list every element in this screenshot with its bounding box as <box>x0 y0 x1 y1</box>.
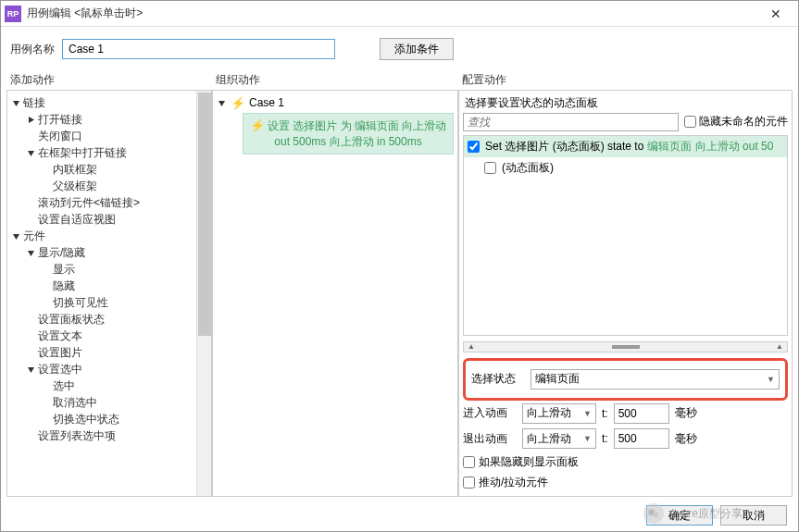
tree-node-links[interactable]: 链接 <box>7 94 211 111</box>
collapse-icon[interactable] <box>26 115 36 125</box>
state-select[interactable]: 编辑页面 ▼ <box>531 369 780 390</box>
show-if-hidden-checkbox[interactable] <box>463 456 475 468</box>
panel-list-item[interactable]: (动态面板) <box>464 157 787 179</box>
tree-label: 设置图片 <box>38 345 82 361</box>
tree-label: 切换可见性 <box>53 295 108 311</box>
tree-node-show-hide[interactable]: 显示/隐藏 <box>7 244 211 261</box>
select-value: 向上滑动 <box>527 405 571 421</box>
case-name-label: 用例名称 <box>10 42 55 57</box>
ok-button[interactable]: 确定 <box>646 505 713 526</box>
organize-panel: ⚡ Case 1 ⚡ 设置 选择图片 为 编辑页面 向上滑动 out 500ms… <box>212 90 458 497</box>
hide-unnamed-checkbox[interactable]: 隐藏未命名的元件 <box>684 114 788 130</box>
expand-icon[interactable] <box>26 148 36 158</box>
action-prefix: 设置 <box>268 119 290 132</box>
tree-node-unselected[interactable]: 取消选中 <box>7 394 211 411</box>
tree-node-adaptive-view[interactable]: 设置自适应视图 <box>7 211 211 228</box>
push-pull-checkbox[interactable] <box>463 476 475 489</box>
select-value: 编辑页面 <box>535 371 580 387</box>
tree-node-set-list-selected[interactable]: 设置列表选中项 <box>7 427 211 444</box>
add-condition-button[interactable]: 添加条件 <box>380 38 454 60</box>
panel-list: Set 选择图片 (动态面板) state to 编辑页面 向上滑动 out 5… <box>463 135 788 336</box>
ms-label: 毫秒 <box>675 431 697 447</box>
ms-label: 毫秒 <box>675 405 697 421</box>
expand-icon[interactable] <box>11 98 21 108</box>
exit-anim-label: 退出动画 <box>463 431 517 447</box>
tree-node-open-link[interactable]: 打开链接 <box>7 111 211 128</box>
tree-label: 在框架中打开链接 <box>38 145 127 161</box>
exit-duration-input[interactable] <box>614 428 669 449</box>
chevron-down-icon: ▼ <box>583 434 592 443</box>
splitter[interactable]: ▲ ▲ <box>463 341 788 353</box>
arrow-right-icon: ▲ <box>776 342 783 351</box>
case-name-text: Case 1 <box>249 96 284 109</box>
arrow-left-icon: ▲ <box>468 342 475 351</box>
tree-node-close-window[interactable]: 关闭窗口 <box>7 128 211 144</box>
tree-node-toggle-vis[interactable]: 切换可见性 <box>7 294 211 311</box>
tree-node-show[interactable]: 显示 <box>7 261 211 278</box>
tree-label: 设置列表选中项 <box>38 428 116 444</box>
tree-node-selected[interactable]: 选中 <box>7 377 211 394</box>
tree-label: 显示 <box>53 262 75 278</box>
expand-icon[interactable] <box>26 248 36 258</box>
tree-node-set-image[interactable]: 设置图片 <box>7 344 211 361</box>
panel-checkbox[interactable] <box>484 162 496 174</box>
tree-node-set-text[interactable]: 设置文本 <box>7 328 211 344</box>
select-value: 向上滑动 <box>527 431 571 447</box>
cancel-button[interactable]: 取消 <box>720 505 787 526</box>
case-node[interactable]: ⚡ Case 1 <box>217 94 454 111</box>
case-name-row: 用例名称 添加条件 <box>1 27 798 69</box>
bolt-icon: ⚡ <box>231 96 245 110</box>
state-highlight-box: 选择状态 编辑页面 ▼ <box>463 358 788 401</box>
panel-list-item[interactable]: Set 选择图片 (动态面板) state to 编辑页面 向上滑动 out 5… <box>464 136 787 157</box>
tree-node-scroll-anchor[interactable]: 滚动到元件<锚链接> <box>7 194 211 211</box>
tree-node-inline-frame[interactable]: 内联框架 <box>7 161 211 178</box>
checkbox-label: 推动/拉动元件 <box>479 475 548 490</box>
tree-node-open-in-frame[interactable]: 在框架中打开链接 <box>7 144 211 161</box>
t-label: t: <box>602 432 608 445</box>
tree-node-parent-frame[interactable]: 父级框架 <box>7 178 211 194</box>
add-action-header: 添加动作 <box>6 69 212 90</box>
config-header-label: 选择要设置状态的动态面板 <box>463 94 788 113</box>
checkbox-label: 如果隐藏则显示面板 <box>479 454 579 470</box>
dialog-footer: 确定 取消 <box>635 500 798 531</box>
tree-label: 滚动到元件<锚链接> <box>38 195 140 211</box>
tree-label: 链接 <box>23 95 45 111</box>
case-name-input[interactable] <box>62 39 335 59</box>
config-action-header: 配置动作 <box>458 69 793 90</box>
tree-label: 设置面板状态 <box>38 312 105 328</box>
window-title: 用例编辑 <鼠标单击时> <box>27 6 757 21</box>
action-item[interactable]: ⚡ 设置 选择图片 为 编辑页面 向上滑动 out 500ms 向上滑动 in … <box>243 113 454 155</box>
tree-label: 元件 <box>23 229 45 244</box>
config-panel: 选择要设置状态的动态面板 隐藏未命名的元件 Set 选择图片 (动态面板) st… <box>458 90 793 497</box>
list-item-suffix: 编辑页面 向上滑动 out 50 <box>647 139 773 155</box>
grip-icon <box>612 345 640 349</box>
enter-duration-input[interactable] <box>614 403 669 424</box>
tree-node-panel-state[interactable]: 设置面板状态 <box>7 311 211 328</box>
enter-anim-select[interactable]: 向上滑动 ▼ <box>522 403 596 424</box>
tree-label: 内联框架 <box>53 162 97 178</box>
tree-node-toggle-selected[interactable]: 切换选中状态 <box>7 411 211 427</box>
expand-icon[interactable] <box>11 231 21 241</box>
tree-label: 设置文本 <box>38 328 82 344</box>
bolt-icon: ⚡ <box>250 118 265 132</box>
show-if-hidden-row[interactable]: 如果隐藏则显示面板 <box>463 452 788 472</box>
tree-node-widgets[interactable]: 元件 <box>7 228 211 244</box>
organize-action-header: 组织动作 <box>212 69 458 90</box>
tree-label: 打开链接 <box>38 112 82 128</box>
expand-icon[interactable] <box>217 98 227 108</box>
push-pull-row[interactable]: 推动/拉动元件 <box>463 472 788 492</box>
scrollbar[interactable] <box>196 91 211 496</box>
exit-anim-select[interactable]: 向上滑动 ▼ <box>522 428 596 449</box>
expand-icon[interactable] <box>26 365 36 375</box>
chevron-down-icon: ▼ <box>767 375 775 384</box>
tree-node-hide[interactable]: 隐藏 <box>7 278 211 294</box>
tree-label: 父级框架 <box>53 179 97 194</box>
tree-label: 切换选中状态 <box>53 412 119 427</box>
panel-checkbox[interactable] <box>468 141 480 153</box>
chevron-down-icon: ▼ <box>583 409 592 418</box>
close-button[interactable]: ✕ <box>757 2 794 26</box>
tree-label: 关闭窗口 <box>38 129 82 144</box>
search-input[interactable] <box>463 113 679 131</box>
select-state-label: 选择状态 <box>471 371 525 387</box>
tree-node-set-selected[interactable]: 设置选中 <box>7 361 211 377</box>
